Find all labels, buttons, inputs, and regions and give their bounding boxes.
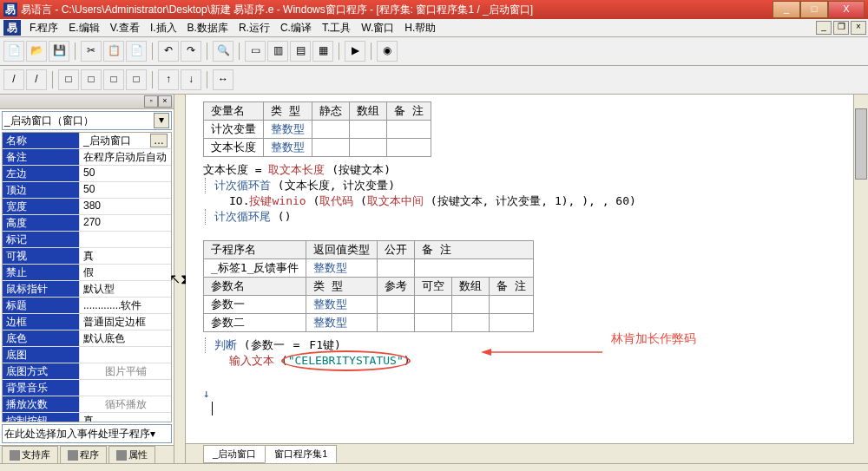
property-row[interactable]: 底图方式图片平铺: [3, 363, 171, 380]
menu-program[interactable]: F.程序: [24, 19, 63, 37]
maximize-button[interactable]: □: [800, 1, 828, 18]
property-row[interactable]: 底色默认底色: [3, 330, 171, 347]
table-row[interactable]: 文本长度整数型: [204, 139, 431, 157]
close-button[interactable]: X: [828, 1, 865, 18]
property-row[interactable]: 禁止假: [3, 265, 171, 281]
menu-database[interactable]: B.数据库: [182, 19, 233, 37]
vertical-scrollbar[interactable]: [853, 95, 868, 444]
code-line[interactable]: 文本长度 = 取文本长度 (按键文本): [203, 162, 851, 178]
app-menu-icon[interactable]: 易: [3, 20, 21, 36]
tool-h[interactable]: ↓: [181, 69, 201, 90]
property-value[interactable]: .............软件: [80, 298, 171, 313]
table-row[interactable]: 参数一整数型: [204, 296, 534, 314]
property-value[interactable]: 普通固定边框: [80, 314, 171, 330]
new-button[interactable]: 📄: [3, 41, 24, 62]
code-editor[interactable]: 变量名 类 型 静态 数组 备 注 计次变量整数型 文本长度整数型 文本长度 =…: [186, 95, 868, 443]
code-line[interactable]: IO.按键winio (取代码 (取文本中间 (按键文本, 计次变量, 1), …: [203, 193, 851, 209]
property-row[interactable]: 控制按钮真: [3, 413, 171, 422]
table-row[interactable]: 计次变量整数型: [204, 121, 431, 139]
menu-compile[interactable]: C.编译: [275, 19, 317, 37]
event-selector[interactable]: 在此处选择加入事件处理子程序 ▾: [2, 424, 172, 443]
cut-button[interactable]: ✂: [81, 41, 102, 62]
table-row[interactable]: 参数二整数型: [204, 314, 534, 332]
menu-run[interactable]: R.运行: [233, 19, 275, 37]
dropdown-icon[interactable]: ▾: [154, 113, 169, 128]
menu-view[interactable]: V.查看: [105, 19, 145, 37]
property-value[interactable]: 50: [80, 166, 171, 181]
object-selector[interactable]: _启动窗口（窗口） ▾: [2, 111, 172, 130]
property-row[interactable]: 可视真: [3, 248, 171, 265]
property-row[interactable]: 顶边50: [3, 182, 171, 199]
tool-a[interactable]: /: [3, 69, 24, 90]
property-row[interactable]: 备注在程序启动后自动: [3, 149, 171, 166]
property-value[interactable]: 380: [80, 199, 171, 214]
mdi-minimize-button[interactable]: _: [816, 21, 832, 35]
property-value[interactable]: 图片平铺: [80, 363, 171, 379]
tool-c[interactable]: □: [58, 69, 79, 90]
tab-support-lib[interactable]: 支持库: [2, 446, 58, 463]
splitter[interactable]: ↖⧗: [174, 95, 186, 463]
tool-d[interactable]: □: [81, 69, 102, 90]
layout-button-4[interactable]: ▦: [312, 41, 333, 62]
property-row[interactable]: 底图: [3, 347, 171, 363]
code-line[interactable]: 计次循环首 (文本长度, 计次变量): [203, 178, 851, 193]
tool-b[interactable]: /: [26, 69, 47, 90]
ellipsis-button[interactable]: …: [150, 134, 168, 147]
property-grid[interactable]: 名称_启动窗口…备注在程序启动后自动左边50顶边50宽度380高度270标记可视…: [2, 132, 172, 422]
find-button[interactable]: 🔍: [213, 41, 233, 62]
panel-dock-icon[interactable]: ▫: [144, 95, 158, 108]
property-value[interactable]: 默认底色: [80, 330, 171, 346]
tool-f[interactable]: □: [126, 69, 147, 90]
dropdown-icon[interactable]: ▾: [150, 428, 155, 440]
property-value[interactable]: [80, 380, 171, 396]
property-value[interactable]: 假: [80, 265, 171, 280]
property-value[interactable]: 在程序启动后自动: [80, 149, 171, 165]
property-row[interactable]: 鼠标指针默认型: [3, 281, 171, 298]
menu-insert[interactable]: I.插入: [145, 19, 182, 37]
menu-tools[interactable]: T.工具: [317, 19, 356, 37]
property-row[interactable]: 边框普通固定边框: [3, 314, 171, 330]
copy-button[interactable]: 📋: [103, 41, 124, 62]
property-row[interactable]: 宽度380: [3, 199, 171, 215]
paste-button[interactable]: 📄: [126, 41, 147, 62]
property-value[interactable]: 270: [80, 215, 171, 231]
property-row[interactable]: 播放次数循环播放: [3, 396, 171, 413]
mdi-close-button[interactable]: ×: [851, 21, 866, 35]
scrollbar-thumb[interactable]: [855, 108, 867, 180]
property-value[interactable]: 默认型: [80, 281, 171, 297]
menu-window[interactable]: W.窗口: [356, 19, 399, 37]
menu-edit[interactable]: E.编辑: [63, 19, 104, 37]
property-value[interactable]: _启动窗口…: [80, 133, 171, 148]
property-row[interactable]: 高度270: [3, 215, 171, 232]
layout-button-3[interactable]: ▤: [290, 41, 311, 62]
tool-e[interactable]: □: [103, 69, 124, 90]
tab-startup-window[interactable]: _启动窗口: [203, 445, 266, 463]
property-value[interactable]: 50: [80, 182, 171, 198]
table-row[interactable]: _标签1_反馈事件整数型: [204, 259, 534, 278]
stop-button[interactable]: ◉: [377, 41, 398, 62]
property-value[interactable]: [80, 232, 171, 247]
layout-button-1[interactable]: ▭: [245, 41, 266, 62]
code-line[interactable]: 计次循环尾 (): [203, 209, 851, 225]
menu-help[interactable]: H.帮助: [399, 19, 441, 37]
undo-button[interactable]: ↶: [158, 41, 179, 62]
redo-button[interactable]: ↷: [181, 41, 201, 62]
property-row[interactable]: 标题.............软件: [3, 298, 171, 314]
tab-program-set[interactable]: 窗口程序集1: [265, 445, 337, 463]
tool-g[interactable]: ↑: [158, 69, 179, 90]
layout-button-2[interactable]: ▥: [267, 41, 288, 62]
property-value[interactable]: 真: [80, 413, 171, 422]
property-row[interactable]: 左边50: [3, 166, 171, 182]
property-row[interactable]: 名称_启动窗口…: [3, 133, 171, 149]
property-value[interactable]: 循环播放: [80, 396, 171, 412]
mdi-restore-button[interactable]: ❐: [833, 21, 849, 35]
tool-i[interactable]: ↔: [213, 69, 233, 90]
tab-program[interactable]: 程序: [60, 446, 107, 463]
property-value[interactable]: 真: [80, 248, 171, 264]
minimize-button[interactable]: _: [773, 1, 800, 18]
property-row[interactable]: 标记: [3, 232, 171, 248]
property-value[interactable]: [80, 347, 171, 363]
save-button[interactable]: 💾: [49, 41, 69, 62]
open-button[interactable]: 📂: [26, 41, 47, 62]
run-button[interactable]: ▶: [345, 41, 365, 62]
